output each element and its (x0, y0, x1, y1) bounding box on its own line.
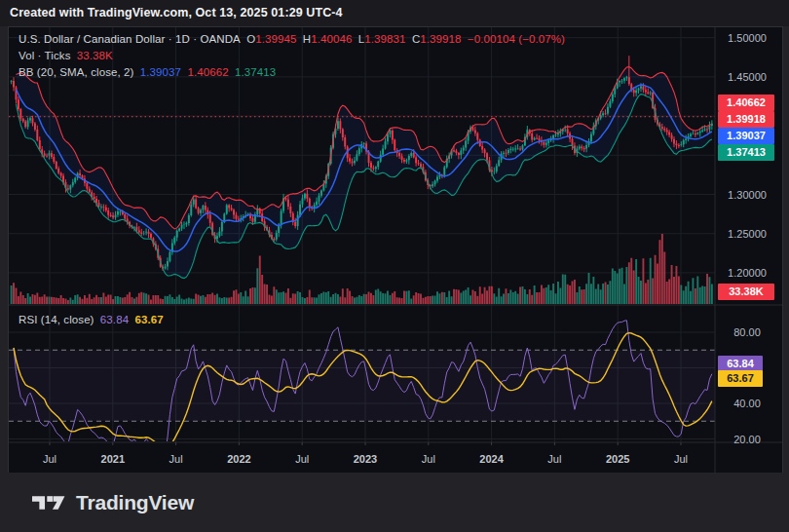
svg-text:40.00: 40.00 (733, 398, 761, 409)
chart-panel[interactable]: 1.500001.450001.400001.350001.300001.250… (8, 26, 783, 475)
ohlc-close-value: 1.39918 (420, 33, 461, 45)
ohlc-high-value: 1.40046 (311, 33, 352, 45)
svg-text:2025: 2025 (606, 453, 629, 465)
footer-bar: TradingView (0, 473, 789, 532)
volume-label: Vol · Ticks (19, 50, 71, 61)
svg-text:2024: 2024 (479, 453, 504, 465)
tradingview-logo-icon (32, 493, 65, 513)
volume-legend[interactable]: Vol · Ticks 33.38K (19, 50, 116, 61)
bb-lower-value: 1.37413 (235, 66, 276, 78)
ohlc-open-key: O (246, 33, 255, 45)
svg-text:1.20000: 1.20000 (728, 267, 767, 279)
svg-text:1.40000: 1.40000 (728, 110, 767, 122)
svg-text:2023: 2023 (354, 453, 377, 465)
rsi-label: RSI (14, close) (19, 314, 94, 325)
svg-text:20.00: 20.00 (733, 434, 761, 445)
volume-value: 33.38K (77, 50, 113, 61)
svg-text:2022: 2022 (227, 453, 250, 465)
tradingview-snapshot: Created with TradingView.com, Oct 13, 20… (0, 0, 789, 532)
bb-legend[interactable]: BB (20, SMA, close, 2) 1.39037 1.40662 1… (19, 66, 279, 78)
bb-basis-value: 1.39037 (140, 66, 181, 78)
svg-text:1.35000: 1.35000 (728, 149, 767, 161)
rsi-ma-value: 63.67 (134, 314, 163, 325)
ohlc-change: −0.00104 (−0.07%) (468, 33, 565, 45)
rsi-legend[interactable]: RSI (14, close) 63.84 63.67 (19, 314, 167, 325)
svg-text:1.45000: 1.45000 (728, 71, 767, 83)
svg-text:60.00: 60.00 (733, 362, 761, 374)
bb-upper-value: 1.40662 (187, 66, 228, 78)
svg-text:1.30000: 1.30000 (728, 189, 767, 201)
svg-text:Jul: Jul (295, 453, 309, 465)
bb-label: BB (20, SMA, close, 2) (19, 66, 134, 78)
svg-text:1.25000: 1.25000 (728, 228, 767, 240)
attribution-bar: Created with TradingView.com, Oct 13, 20… (0, 0, 789, 26)
symbol-legend[interactable]: U.S. Dollar / Canadian Dollar · 1D · OAN… (19, 33, 568, 45)
rsi-value: 63.84 (100, 314, 129, 325)
svg-text:Jul: Jul (43, 453, 56, 465)
symbol-title: U.S. Dollar / Canadian Dollar · 1D · OAN… (19, 33, 241, 45)
ohlc-open-value: 1.39945 (255, 33, 296, 45)
svg-text:1.50000: 1.50000 (728, 32, 767, 44)
tradingview-logo-text: TradingView (76, 491, 194, 514)
ohlc-high-key: H (303, 33, 311, 45)
svg-text:Jul: Jul (422, 453, 435, 465)
chart-canvas[interactable]: 1.500001.450001.400001.350001.300001.250… (9, 27, 782, 474)
ohlc-low-value: 1.39831 (364, 33, 405, 45)
svg-text:2021: 2021 (101, 453, 125, 465)
svg-text:80.00: 80.00 (733, 326, 761, 338)
svg-text:Jul: Jul (169, 453, 183, 465)
svg-text:Jul: Jul (547, 453, 561, 465)
svg-text:Jul: Jul (674, 453, 688, 465)
